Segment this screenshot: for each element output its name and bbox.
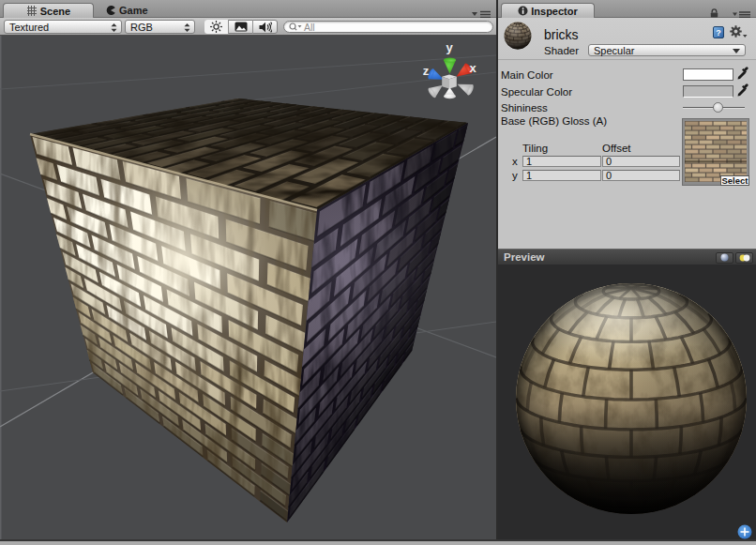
- svg-text:x: x: [469, 61, 476, 75]
- svg-text:?: ?: [716, 28, 721, 38]
- svg-text:y: y: [446, 40, 453, 54]
- svg-text:z: z: [423, 64, 430, 78]
